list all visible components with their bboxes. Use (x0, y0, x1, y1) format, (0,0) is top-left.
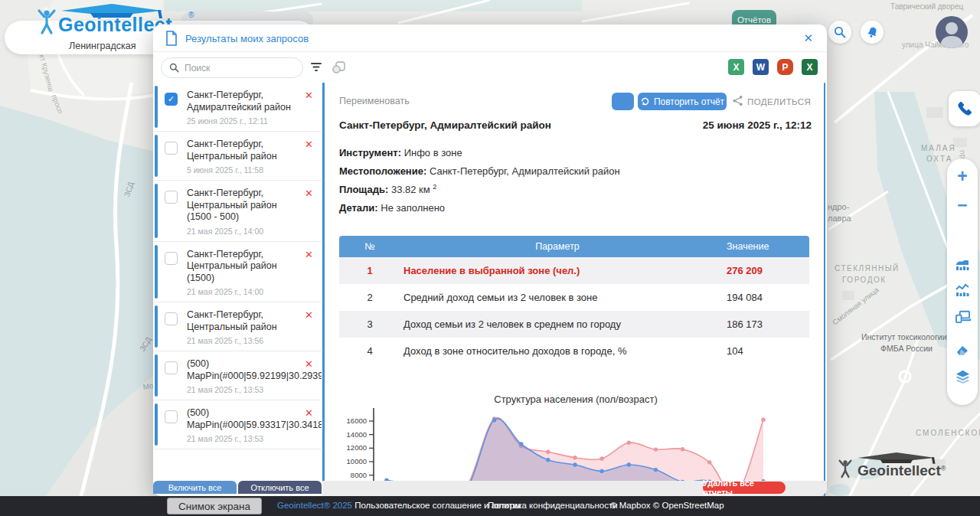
item-title: Санкт-Петербург, Центральный район (187, 139, 303, 162)
search-icon (169, 63, 179, 73)
edit-button[interactable] (612, 93, 634, 110)
footer-attribution[interactable]: © Mapbox © OpenStreetMap (610, 501, 724, 510)
zoom-in-button[interactable]: + (947, 165, 978, 188)
watermark-person-icon (837, 458, 854, 479)
eraser-tool-button[interactable] (947, 338, 978, 361)
report-list-item[interactable]: Санкт-Петербург, Центральный район (1500… (153, 242, 322, 303)
area-chart-icon (955, 256, 970, 272)
report-datetime: 25 июня 2025 г., 12:12 (703, 119, 812, 131)
modal-title: Результаты моих запросов (185, 33, 309, 44)
layers-tool-button[interactable] (947, 364, 978, 387)
region-label: Ленинградская (69, 41, 136, 51)
item-checkbox[interactable] (165, 142, 178, 155)
report-content: Переименовать Повторить отчёт ПОДЕЛИТЬСЯ… (325, 83, 827, 481)
item-delete-icon[interactable]: ✕ (305, 249, 313, 260)
share-icon[interactable] (732, 95, 743, 106)
watermark-text: Geointellect (858, 462, 941, 479)
logo-reg: ® (188, 11, 194, 19)
repeat-report-button[interactable]: Повторить отчёт (638, 93, 727, 110)
layers-icon (955, 368, 971, 384)
list-search-input[interactable]: Поиск (161, 57, 303, 78)
item-checkbox[interactable] (165, 191, 178, 204)
report-list-item[interactable]: Санкт-Петербург, Центральный район5 июня… (153, 132, 322, 181)
item-delete-icon[interactable]: ✕ (305, 309, 313, 321)
item-accent-bar (155, 403, 158, 446)
export-word-icon[interactable]: W (753, 59, 769, 75)
area-chart-tool-button[interactable] (947, 253, 978, 276)
search-placeholder: Поиск (185, 63, 210, 73)
item-title: Санкт-Петербург, Центральный район (1500… (187, 188, 303, 224)
report-list-item[interactable]: (500) MapPin(#000|59.92199|30.29394)21 м… (153, 351, 322, 400)
report-title: Санкт-Петербург, Адмиралтейский район (339, 119, 551, 131)
phone-icon (956, 100, 974, 118)
devices-icon (955, 309, 971, 325)
delete-all-reports-button[interactable]: Удалить все отчеты (703, 482, 786, 494)
footer-brand[interactable]: Geointellect® 2025 (277, 501, 352, 510)
report-fields: Инструмент: Инфо в зонеМестоположение: С… (339, 147, 620, 220)
table-row: 1Население в выбранной зоне (чел.)276 20… (339, 257, 809, 284)
disable-all-button[interactable]: Отключить все (238, 481, 322, 494)
notifications-button[interactable] (861, 21, 884, 44)
item-checkbox[interactable]: ✓ (165, 93, 178, 106)
zoom-out-button[interactable]: − (947, 194, 978, 217)
item-title: Санкт-Петербург, Адмиралтейский район (187, 90, 303, 113)
item-delete-icon[interactable]: ✕ (305, 188, 313, 199)
user-avatar[interactable] (936, 16, 968, 48)
report-field: Местоположение: Санкт-Петербург, Адмирал… (339, 165, 620, 177)
repeat-report-label: Повторить отчёт (654, 96, 724, 107)
item-date: 25 июня 2025 г., 12:11 (187, 116, 303, 126)
rename-link[interactable]: Переименовать (339, 96, 410, 106)
share-label[interactable]: ПОДЕЛИТЬСЯ (747, 97, 811, 106)
item-delete-icon[interactable]: ✕ (305, 358, 313, 370)
item-delete-icon[interactable]: ✕ (305, 407, 313, 419)
selection-shapes-icon[interactable] (332, 60, 346, 74)
report-field: Детали: Не заполнено (339, 202, 620, 214)
phone-button[interactable] (949, 91, 980, 126)
close-icon[interactable]: ✕ (803, 31, 813, 45)
document-icon (165, 31, 178, 46)
footer-privacy-link[interactable]: Политика конфиденциальности (488, 501, 618, 510)
item-date: 21 мая 2025 г., 14:00 (187, 287, 303, 296)
item-checkbox[interactable] (165, 312, 178, 325)
report-list-item[interactable]: (500) MapPin(#000|59.93317|30.34183)21 м… (153, 400, 322, 449)
report-list-item[interactable]: ✓Санкт-Петербург, Адмиралтейский район25… (153, 83, 322, 132)
report-field: Площадь: 33.82 км 2 (339, 183, 620, 195)
item-accent-bar (155, 245, 158, 299)
modal-bottom-strip: Удалить все отчеты (322, 481, 827, 496)
item-date: 21 мая 2025 г., 13:53 (187, 434, 303, 443)
item-checkbox[interactable] (165, 252, 178, 265)
table-row: 3Доход семьи из 2 человек в среднем по г… (339, 311, 809, 338)
modal-header: Результаты моих запросов ✕ (153, 24, 827, 52)
eraser-icon (955, 342, 970, 358)
person-logo-icon (35, 8, 58, 35)
devices-tool-button[interactable] (947, 305, 978, 328)
item-accent-bar (155, 184, 158, 238)
col-header-value: Значение (711, 236, 809, 257)
item-date: 21 мая 2025 г., 13:53 (187, 385, 303, 394)
line-chart-tool-button[interactable] (947, 279, 978, 302)
report-list-item[interactable]: Санкт-Петербург, Центральный район21 мая… (153, 302, 322, 351)
search-button[interactable] (828, 21, 851, 44)
parameters-table: № Параметр Значение 1Население в выбранн… (339, 236, 809, 364)
item-accent-bar (155, 354, 158, 397)
item-date: 5 июня 2025 г., 11:58 (187, 165, 303, 175)
screenshot-button[interactable]: Снимок экрана (167, 498, 262, 514)
svg-text:14000: 14000 (347, 430, 367, 439)
svg-text:12000: 12000 (347, 443, 367, 452)
export-excel-icon[interactable]: X (802, 59, 818, 75)
search-icon (834, 26, 846, 38)
report-list-item[interactable]: Санкт-Петербург, Центральный район (1500… (153, 181, 322, 242)
svg-text:8000: 8000 (351, 471, 367, 479)
saved-reports-list: ✓Санкт-Петербург, Адмиралтейский район25… (153, 83, 322, 481)
export-buttons: X W P X (728, 59, 818, 75)
item-checkbox[interactable] (165, 410, 178, 423)
col-header-num: № (339, 236, 400, 257)
enable-all-button[interactable]: Включить все (153, 481, 237, 494)
export-powerpoint-icon[interactable]: P (777, 59, 793, 75)
item-checkbox[interactable] (165, 361, 178, 374)
export-csv-icon[interactable]: X (728, 59, 744, 75)
item-delete-icon[interactable]: ✕ (305, 139, 313, 150)
svg-text:10000: 10000 (347, 457, 367, 465)
filter-icon[interactable] (310, 62, 322, 73)
item-delete-icon[interactable]: ✕ (305, 90, 313, 101)
